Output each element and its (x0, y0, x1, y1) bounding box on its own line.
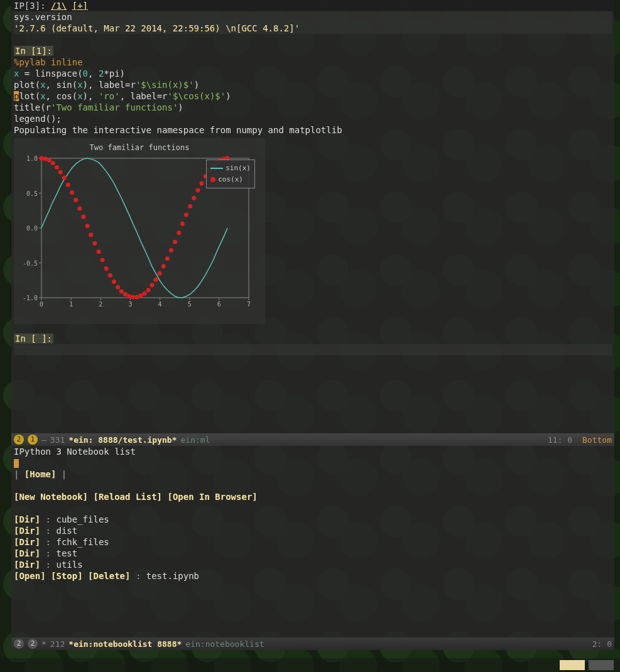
nb-item-tag[interactable]: [Stop] (51, 571, 83, 581)
nb-item-name: test.ipynb (146, 571, 199, 581)
chart-title: Two familiar functions (16, 142, 263, 153)
nb-items: [Dir] : cube_files [Dir] : dist [Dir] : … (14, 514, 612, 582)
modeline-bottom: 2 2 * 212 *ein:notebooklist 8888* ein:no… (11, 637, 614, 650)
svg-text:4: 4 (158, 301, 162, 308)
nb-item-name: cube_files (56, 514, 109, 524)
svg-point-46 (112, 279, 116, 284)
workspace-indicator-2[interactable]: 2 (14, 435, 24, 445)
nb-list-item[interactable]: [Dir] : utils (14, 559, 612, 570)
nb-actions-row: [New Notebook] [Reload List] [Open In Br… (14, 491, 612, 502)
notebook-pane: IP[3]: /1\ [+] sys.version '2.7.6 (defau… (11, 0, 614, 433)
nb-item-tag[interactable]: [Dir] (14, 514, 40, 524)
scroll-position: Bottom (582, 435, 612, 445)
svg-point-29 (47, 158, 52, 163)
svg-point-38 (81, 215, 85, 219)
svg-point-66 (188, 204, 192, 209)
svg-point-68 (195, 188, 200, 193)
nb-breadcrumb: | [Home] | (14, 469, 612, 480)
modeline-size-b: 212 (50, 639, 65, 649)
cell-1-stdout: Populating the interactive namespace fro… (14, 124, 612, 136)
svg-point-45 (108, 273, 112, 278)
svg-point-54 (143, 291, 147, 296)
buffer-name[interactable]: *ein: 8888/test.ipynb* (68, 435, 177, 445)
nb-list-item[interactable]: [Dir] : dist (14, 525, 612, 536)
svg-text:-1.0: -1.0 (23, 295, 38, 301)
open-in-browser-button[interactable]: [Open In Browser] (167, 492, 257, 502)
svg-point-32 (58, 170, 63, 175)
nb-list-item[interactable]: [Dir] : cube_files (14, 514, 612, 525)
nb-item-name: fchk_files (56, 537, 109, 547)
in-prompt-empty: In [ ]: (14, 333, 53, 344)
svg-text:2: 2 (99, 301, 102, 308)
svg-point-67 (192, 196, 196, 200)
nb-item-tag[interactable]: [Dir] (14, 537, 40, 547)
top-tab-bar: IP[3]: /1\ [+] (11, 0, 614, 11)
svg-point-57 (153, 278, 158, 282)
svg-point-47 (116, 285, 120, 290)
reload-list-button[interactable]: [Reload List] (93, 492, 162, 502)
svg-point-44 (104, 266, 109, 271)
workspace-indicator-1[interactable]: 1 (28, 435, 38, 445)
svg-point-36 (73, 198, 78, 202)
svg-point-59 (161, 264, 166, 269)
svg-point-62 (173, 240, 177, 244)
nb-item-tag[interactable]: [Open] (14, 571, 46, 581)
line-col: 11: 0 (548, 435, 572, 445)
svg-point-61 (169, 248, 173, 252)
active-tab[interactable]: /1\ (51, 1, 67, 11)
modeline-dash: – (41, 435, 46, 445)
nb-list-item[interactable]: [Dir] : fchk_files (14, 536, 612, 548)
cell-1[interactable]: In [1]: %pylab inline x = linspace(0, 2*… (14, 45, 612, 324)
legend-entry-cos: cos(x) (218, 174, 243, 185)
svg-point-49 (123, 292, 128, 296)
major-mode-b: ein:notebooklist (185, 639, 264, 649)
legend-entry-sin: sin(x) (226, 163, 251, 174)
nb-item-tag[interactable]: [Dir] (14, 560, 40, 570)
svg-point-55 (146, 288, 151, 292)
taskbar-item[interactable] (589, 660, 614, 670)
svg-text:0: 0 (40, 301, 43, 308)
in-prompt: In [1]: (14, 46, 53, 56)
svg-point-37 (77, 206, 82, 210)
nb-home-button[interactable]: [Home] (24, 469, 57, 479)
nb-item-tag[interactable]: [Dir] (14, 548, 40, 558)
svg-point-42 (96, 249, 101, 254)
workspace-indicator-2b[interactable]: 2 (14, 639, 24, 649)
new-notebook-button[interactable]: [New Notebook] (14, 492, 88, 502)
svg-point-60 (165, 256, 170, 261)
svg-text:5: 5 (188, 301, 192, 308)
notebooklist-title: IPython 3 Notebook list (14, 446, 612, 457)
svg-point-65 (184, 212, 188, 217)
major-mode: ein:ml (181, 435, 210, 445)
svg-point-64 (180, 222, 185, 226)
svg-point-58 (158, 271, 162, 276)
svg-text:3: 3 (128, 301, 132, 308)
svg-point-27 (40, 156, 44, 161)
svg-point-39 (85, 224, 90, 228)
taskbar-item[interactable] (560, 660, 585, 670)
cell-2[interactable]: In [ ]: (14, 333, 612, 355)
svg-point-43 (101, 258, 105, 263)
nb-list-item[interactable]: [Open] [Stop] [Delete] : test.ipynb (14, 570, 612, 582)
svg-point-69 (200, 181, 204, 185)
svg-point-28 (43, 157, 48, 161)
os-taskbar (0, 658, 620, 672)
new-tab-button[interactable]: [+] (72, 1, 88, 11)
nb-item-tag[interactable]: [Delete] (88, 571, 130, 581)
workspace-indicator-2c[interactable]: 2 (28, 639, 38, 649)
cell-0-output: sys.version '2.7.6 (default, Mar 22 2014… (14, 11, 612, 34)
svg-point-52 (134, 295, 139, 299)
nb-list-item[interactable]: [Dir] : test (14, 548, 612, 559)
buffer-name-b[interactable]: *ein:notebooklist 8888* (68, 639, 182, 649)
nb-item-name: utils (56, 560, 82, 570)
code-line: sys.version (14, 12, 72, 22)
svg-point-51 (131, 295, 135, 299)
output-text: '2.7.6 (default, Mar 22 2014, 22:59:56) … (14, 23, 300, 33)
modeline-size: 331 (50, 435, 65, 445)
svg-point-50 (127, 294, 131, 298)
cell-1-code[interactable]: %pylab inline x = linspace(0, 2*pi) plot… (14, 57, 612, 124)
svg-point-53 (138, 293, 143, 298)
nb-item-name: test (56, 548, 77, 558)
svg-text:1: 1 (69, 301, 73, 308)
nb-item-tag[interactable]: [Dir] (14, 526, 40, 536)
